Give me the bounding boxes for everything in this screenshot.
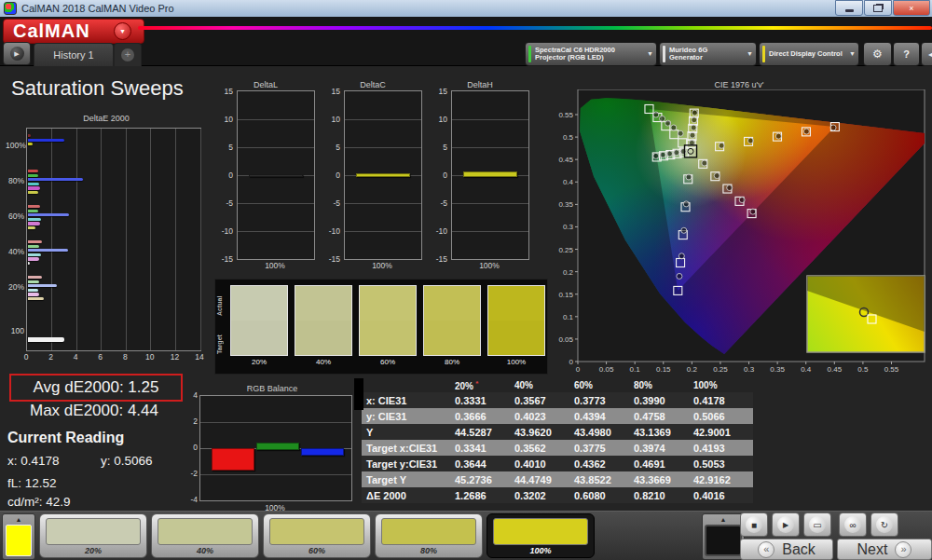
continuous-measure-icon: ∞ xyxy=(844,516,861,533)
deltae2000-plot xyxy=(26,128,201,351)
transport-single-measure-button[interactable]: ▭ xyxy=(803,512,831,537)
restore-button[interactable] xyxy=(864,0,892,16)
patch-panel-up-arrow[interactable]: ▲ xyxy=(3,514,34,525)
deltae-bar-80% xyxy=(28,174,38,177)
y-tick-label: -4 xyxy=(179,495,198,504)
patch-button-swatch xyxy=(269,518,364,545)
transport-refresh-button[interactable]: ↻ xyxy=(870,512,898,537)
stop-icon: ■ xyxy=(746,516,762,533)
transport-play-button[interactable]: ▶ xyxy=(772,512,800,537)
deltae-bar-60% xyxy=(28,218,41,221)
svg-text:0.4: 0.4 xyxy=(801,365,812,374)
y-tick-label: 5 xyxy=(429,143,447,152)
cell-value: 0.8210 xyxy=(634,490,693,501)
rgb-balance-chart: RGB Balance 420-2-4100% xyxy=(185,382,360,514)
deltae-bar-80% xyxy=(28,191,38,194)
cell-value: 1.2686 xyxy=(455,490,514,501)
chevron-down-icon: ▼ xyxy=(849,50,856,57)
gridline xyxy=(238,231,314,232)
tab-add-button[interactable]: + xyxy=(114,43,142,66)
collapse-panel-button[interactable]: ◀ xyxy=(921,42,932,66)
rgb-bar-green xyxy=(256,443,299,450)
y-tick-label: -15 xyxy=(214,254,233,264)
target-swatch-half xyxy=(231,321,287,355)
patch-button-60%[interactable]: 60% xyxy=(263,513,371,558)
patch-button-swatch xyxy=(158,518,253,545)
help-button[interactable]: ? xyxy=(893,42,920,66)
deltae-bar-40% xyxy=(28,262,30,265)
app-icon xyxy=(4,2,17,15)
chart-title: CIE 1976 u'v' xyxy=(548,80,930,89)
gridline xyxy=(452,231,528,232)
transport-continuous-measure-button[interactable]: ∞ xyxy=(839,512,867,537)
target-swatch-half xyxy=(295,321,351,355)
deltae-bar-20% xyxy=(28,293,39,295)
cell-value: 43.9620 xyxy=(514,427,574,438)
table-row: y: CIE310.36660.40230.43940.47580.5066 xyxy=(362,408,753,424)
current-y-readout: y: 0.5066 xyxy=(101,454,153,468)
patch-button-label: 60% xyxy=(264,546,370,555)
logo-menu-dropdown[interactable]: ▼ xyxy=(114,22,131,40)
cell-value: 0.4758 xyxy=(634,411,693,422)
deltae-bar-100% xyxy=(28,134,31,137)
y-axis-label: 40% xyxy=(6,247,24,256)
flag-asterisk: * xyxy=(473,379,478,388)
next-button[interactable]: Next » xyxy=(837,539,932,560)
chevron-left-icon: ◀ xyxy=(928,50,932,59)
tab-history[interactable]: History 1 xyxy=(34,43,114,66)
patch-panel-up-arrow[interactable]: ▲ xyxy=(703,514,744,525)
deltae-bar-60% xyxy=(28,210,38,212)
display-control-dropdown[interactable]: Direct Display Control ▼ xyxy=(759,42,859,66)
spectrum-gradient-line xyxy=(138,26,932,30)
actual-target-swatch xyxy=(423,285,481,356)
deltae-bar-60% xyxy=(28,222,40,225)
x-tick-label: 8 xyxy=(117,352,132,362)
generator-dropdown[interactable]: Murideo 6G Generator ▼ xyxy=(659,42,757,66)
deltae-bar-40% xyxy=(28,257,39,260)
svg-text:0: 0 xyxy=(569,358,574,366)
svg-text:0.35: 0.35 xyxy=(770,365,785,374)
question-icon: ? xyxy=(903,48,910,60)
deltae-bar-20% xyxy=(28,284,57,287)
deltac-chart: DeltaC 151050-5-10-15100% xyxy=(322,78,424,278)
row-label: ΔE 2000 xyxy=(362,490,455,501)
column-header: 100% xyxy=(693,380,753,390)
patch-button-80%[interactable]: 80% xyxy=(375,513,483,558)
svg-text:0.05: 0.05 xyxy=(599,365,614,374)
results-table: 20% *40%60%80%100%x: CIE310.33310.35670.… xyxy=(362,378,753,503)
close-button[interactable]: × xyxy=(893,0,930,16)
transport-stop-button[interactable]: ■ xyxy=(740,512,768,537)
target-swatch-half xyxy=(360,321,416,355)
display-status-bar xyxy=(762,46,765,62)
x-tick-label: 4 xyxy=(68,352,83,362)
y-tick-label: 5 xyxy=(214,143,233,152)
actual-swatch-half xyxy=(424,286,480,321)
gridline xyxy=(200,474,351,475)
svg-text:0.55: 0.55 xyxy=(558,111,573,119)
calman-app: CalMAN 2018 CalMAN Video Pro × CalMAN ▼ … xyxy=(0,0,932,560)
minimize-button[interactable] xyxy=(835,0,863,16)
sidebar-toggle-button[interactable]: ▶ xyxy=(3,42,31,65)
svg-text:0.4: 0.4 xyxy=(563,178,574,186)
meter-dropdown[interactable]: SpectraCal C6 HDR2000Projector (RGB LED)… xyxy=(525,42,657,66)
deltae-bar-20% xyxy=(28,276,42,279)
patch-percent-label: 60% xyxy=(359,358,417,366)
deltae-bar-white xyxy=(28,337,64,342)
y-tick-label: -5 xyxy=(322,198,340,208)
patch-button-20%[interactable]: 20% xyxy=(39,513,147,558)
window-titlebar: CalMAN 2018 CalMAN Video Pro × xyxy=(0,0,932,17)
play-icon: ▶ xyxy=(777,516,794,533)
svg-text:0.5: 0.5 xyxy=(857,365,869,374)
back-button[interactable]: « Back xyxy=(740,539,833,560)
patch-button-40%[interactable]: 40% xyxy=(151,513,259,558)
deltae-bar-80% xyxy=(28,186,40,189)
cell-value: 43.3669 xyxy=(634,474,693,485)
gridline xyxy=(200,129,201,350)
max-de2000-readout: Max dE2000: 4.44 xyxy=(9,402,179,420)
settings-button[interactable]: ⚙ xyxy=(863,42,892,66)
delta-plot xyxy=(237,90,315,260)
svg-text:0: 0 xyxy=(576,365,581,374)
patch-button-100%[interactable]: 100% xyxy=(487,513,595,558)
actual-target-swatch xyxy=(359,285,417,356)
gridline xyxy=(452,147,528,148)
